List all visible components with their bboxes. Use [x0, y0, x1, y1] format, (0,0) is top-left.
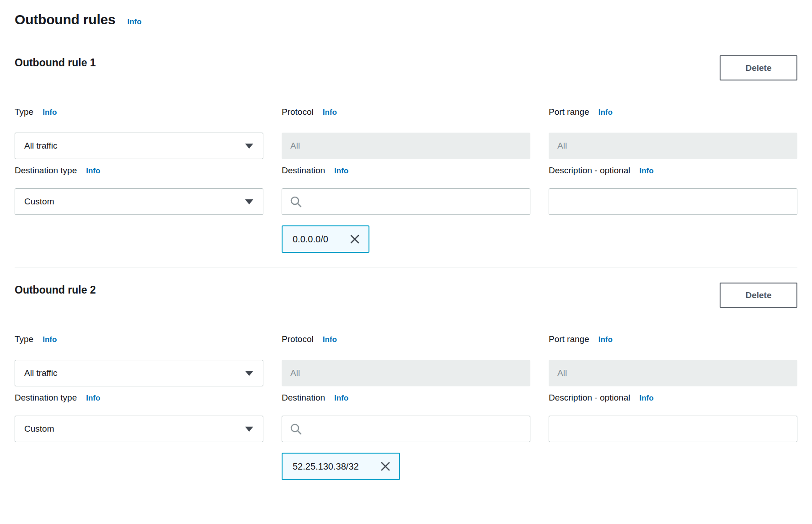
rule-2-grid: Type Info All traffic Protocol Info [15, 334, 797, 480]
destination-type-select-value: Custom [24, 197, 54, 207]
destination-search-input[interactable] [282, 188, 530, 215]
description-info-link[interactable]: Info [639, 394, 653, 403]
rule-2-port-range-cell: Port range Info [549, 334, 797, 386]
description-label: Description - optional [549, 166, 630, 176]
rule-2-header: Outbound rule 2 Delete [15, 283, 797, 308]
destination-type-label: Destination type [15, 166, 77, 176]
protocol-label: Protocol [282, 334, 314, 344]
outbound-rules-header: Outbound rules Info [0, 0, 812, 40]
protocol-info-link[interactable]: Info [323, 335, 337, 344]
rule-1-destination-cell: Destination Info [282, 166, 530, 215]
port-range-label: Port range [549, 107, 589, 117]
type-label: Type [15, 107, 33, 117]
type-info-link[interactable]: Info [43, 108, 57, 117]
rule-1-cidr-cell: 0.0.0.0/0 [282, 225, 530, 253]
caret-down-icon [245, 144, 253, 149]
rule-2-cidr-cell: 52.25.130.38/32 [282, 453, 530, 480]
cidr-chip: 0.0.0.0/0 [282, 225, 369, 253]
rule-1-type-cell: Type Info All traffic [15, 107, 263, 159]
destination-type-select[interactable]: Custom [15, 416, 263, 442]
rule-2-title: Outbound rule 2 [15, 283, 96, 296]
description-info-link[interactable]: Info [639, 166, 653, 176]
description-input[interactable] [549, 188, 797, 215]
port-range-field [549, 133, 797, 159]
port-range-field [549, 360, 797, 386]
close-icon[interactable] [380, 461, 391, 472]
rule-2-protocol-cell: Protocol Info [282, 334, 530, 386]
cidr-chip-value: 0.0.0.0/0 [293, 234, 328, 245]
destination-search-input[interactable] [282, 416, 530, 442]
cidr-chip-value: 52.25.130.38/32 [293, 461, 359, 472]
description-input[interactable] [549, 416, 797, 442]
type-label: Type [15, 334, 33, 344]
page-title: Outbound rules [15, 12, 116, 27]
close-icon[interactable] [349, 234, 360, 245]
type-select-value: All traffic [24, 141, 58, 151]
rule-1-protocol-cell: Protocol Info [282, 107, 530, 159]
rule-1-description-cell: Description - optional Info [549, 166, 797, 215]
rule-1-destination-type-cell: Destination type Info Custom [15, 166, 263, 215]
destination-label: Destination [282, 166, 325, 176]
port-range-label: Port range [549, 334, 589, 344]
protocol-field [282, 133, 530, 159]
rule-2-destination-cell: Destination Info [282, 393, 530, 442]
destination-type-info-link[interactable]: Info [86, 394, 100, 403]
rule-1-port-range-cell: Port range Info [549, 107, 797, 159]
port-range-info-link[interactable]: Info [598, 335, 613, 344]
protocol-field [282, 360, 530, 386]
rule-1-grid: Type Info All traffic Protocol Info [15, 107, 797, 253]
rule-2-type-cell: Type Info All traffic [15, 334, 263, 386]
caret-down-icon [245, 371, 253, 376]
rule-divider [15, 267, 797, 267]
caret-down-icon [245, 199, 253, 204]
outbound-rule-1-section: Outbound rule 1 Delete Type Info All tra… [15, 55, 797, 267]
destination-type-select-value: Custom [24, 424, 54, 434]
description-label: Description - optional [549, 393, 630, 403]
destination-type-label: Destination type [15, 393, 77, 403]
protocol-info-link[interactable]: Info [323, 108, 337, 117]
protocol-label: Protocol [282, 107, 314, 117]
cidr-chip: 52.25.130.38/32 [282, 453, 400, 480]
destination-info-link[interactable]: Info [334, 394, 348, 403]
rule-1-header: Outbound rule 1 Delete [15, 55, 797, 80]
port-range-info-link[interactable]: Info [598, 108, 613, 117]
type-select[interactable]: All traffic [15, 360, 263, 386]
outbound-rule-2-section: Outbound rule 2 Delete Type Info All tra… [15, 283, 797, 480]
caret-down-icon [245, 427, 253, 432]
destination-info-link[interactable]: Info [334, 166, 348, 176]
outbound-rules-body: Outbound rule 1 Delete Type Info All tra… [0, 55, 812, 480]
rule-2-destination-type-cell: Destination type Info Custom [15, 393, 263, 442]
rule-1-delete-button[interactable]: Delete [720, 55, 797, 80]
type-info-link[interactable]: Info [43, 335, 57, 344]
type-select-value: All traffic [24, 368, 58, 378]
rule-1-title: Outbound rule 1 [15, 55, 96, 69]
rule-2-description-cell: Description - optional Info [549, 393, 797, 442]
destination-type-info-link[interactable]: Info [86, 166, 100, 176]
rule-2-delete-button[interactable]: Delete [720, 283, 797, 308]
outbound-rules-info-link[interactable]: Info [128, 17, 142, 27]
destination-label: Destination [282, 393, 325, 403]
destination-type-select[interactable]: Custom [15, 188, 263, 215]
type-select[interactable]: All traffic [15, 133, 263, 159]
